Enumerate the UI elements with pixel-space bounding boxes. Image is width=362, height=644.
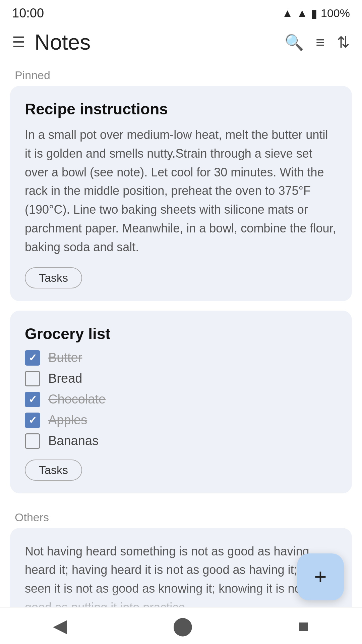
home-button[interactable]: ⬤ [173,615,193,636]
item-label-chocolate: Chocolate [48,392,106,407]
list-item: Apples [25,413,337,428]
plus-icon: + [314,566,326,588]
recipe-note-title: Recipe instructions [25,100,337,118]
item-label-butter: Butter [48,351,82,365]
checkbox-apples[interactable] [25,413,40,428]
pinned-section-label: Pinned [10,61,352,86]
grocery-tasks-button[interactable]: Tasks [25,460,82,481]
menu-icon[interactable]: ☰ [12,35,25,50]
item-label-bread: Bread [48,371,82,386]
list-view-icon[interactable]: ≡ [316,33,325,51]
learning-note-body: Not having heard something is not as goo… [25,542,337,615]
sort-icon[interactable]: ⇅ [337,33,350,51]
grocery-checklist: Butter Bread Chocolate Apples Bananas [25,350,337,449]
page-title: Notes [35,30,285,55]
status-icons: ▲ ▲ ▮ 100% [282,7,350,20]
battery-percent: 100% [321,7,350,20]
battery-icon: ▮ [311,7,317,20]
list-item: Bananas [25,433,337,449]
wifi-icon: ▲ [282,7,293,20]
checkbox-chocolate[interactable] [25,392,40,407]
signal-icon: ▲ [296,7,308,20]
app-header: ☰ Notes 🔍 ≡ ⇅ [0,24,362,61]
recipe-note-card: Recipe instructions In a small pot over … [10,86,352,301]
item-label-bananas: Bananas [48,434,99,448]
status-time: 10:00 [12,6,44,20]
grocery-note-title: Grocery list [25,325,337,343]
header-actions: 🔍 ≡ ⇅ [285,33,350,51]
recents-button[interactable]: ■ [298,615,309,636]
checkbox-bread[interactable] [25,371,40,386]
bottom-navigation: ◀ ⬤ ■ [0,607,362,644]
recipe-note-body: In a small pot over medium-low heat, mel… [25,125,337,257]
add-note-fab[interactable]: + [297,553,344,600]
grocery-note-card: Grocery list Butter Bread Chocolate Appl… [10,311,352,493]
list-item: Chocolate [25,392,337,407]
item-label-apples: Apples [48,413,87,427]
list-item: Bread [25,371,337,386]
checkbox-bananas[interactable] [25,433,40,449]
search-icon[interactable]: 🔍 [285,33,304,51]
recipe-tasks-button[interactable]: Tasks [25,267,82,288]
others-section-label: Others [10,503,352,528]
back-button[interactable]: ◀ [53,615,67,636]
status-bar: 10:00 ▲ ▲ ▮ 100% [0,0,362,24]
list-item: Butter [25,350,337,366]
checkbox-butter[interactable] [25,350,40,366]
